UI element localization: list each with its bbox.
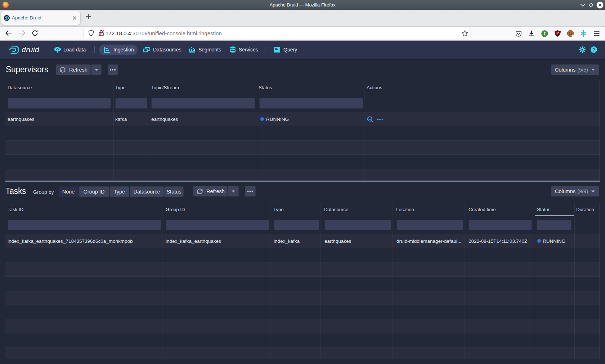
svg-text:UO: UO [556, 32, 560, 35]
svg-text:?: ? [592, 47, 595, 53]
